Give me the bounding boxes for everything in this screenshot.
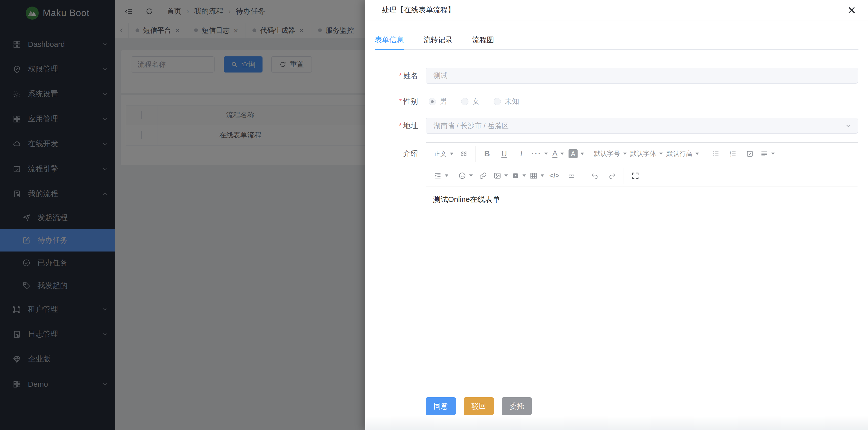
font-family-dropdown[interactable]: 默认字体 [630, 147, 663, 161]
justify-dropdown[interactable] [760, 147, 775, 161]
svg-text:3: 3 [730, 155, 731, 157]
caret-down-icon [469, 174, 473, 177]
caret-down-icon [445, 174, 448, 177]
radio-female[interactable]: 女 [461, 96, 479, 107]
caret-down-icon [523, 174, 526, 177]
drawer-actions: 同意 驳回 委托 [426, 397, 868, 415]
more-styles-dropdown[interactable]: ··· [532, 147, 548, 161]
name-field-row: *姓名 [365, 68, 868, 84]
todo-list-icon[interactable] [743, 147, 756, 161]
bold-icon[interactable]: B [480, 147, 494, 161]
process-form: *姓名 *性别 男 女 未知 [365, 68, 868, 385]
toolbar-group-indent [429, 168, 453, 184]
underline-icon[interactable]: U [497, 147, 511, 161]
caret-down-icon [695, 152, 699, 155]
radio-circle-icon [461, 98, 468, 105]
caret-down-icon [545, 152, 548, 155]
toolbar-row-1: 正文 B U I ··· A A [426, 143, 858, 165]
address-select-value: 湖南省 / 长沙市 / 岳麓区 [434, 121, 509, 131]
tab-flow-diagram[interactable]: 流程图 [472, 30, 494, 50]
intro-field-row: 介绍 正文 B U I ··· [365, 143, 868, 385]
link-icon[interactable] [476, 169, 490, 183]
required-mark: * [399, 97, 402, 105]
intro-field-label: 介绍 [375, 143, 418, 159]
toolbar-row-2: </> [426, 165, 858, 187]
required-mark: * [399, 122, 402, 130]
undo-icon[interactable] [588, 169, 602, 183]
reject-button[interactable]: 驳回 [464, 397, 494, 415]
table-dropdown[interactable] [530, 169, 544, 183]
drawer-body: 表单信息 流转记录 流程图 *姓名 *性别 男 [365, 21, 868, 430]
radio-circle-icon [494, 98, 501, 105]
font-size-dropdown[interactable]: 默认字号 [594, 147, 627, 161]
radio-label: 女 [472, 96, 479, 107]
radio-circle-icon [429, 98, 436, 105]
chevron-down-icon [845, 122, 852, 130]
ordered-list-icon[interactable]: 123 [726, 147, 740, 161]
editor-toolbar: 正文 B U I ··· A A [426, 143, 858, 187]
gender-radio-group: 男 女 未知 [426, 96, 858, 107]
tabs-divider [375, 49, 859, 50]
agree-button[interactable]: 同意 [426, 397, 456, 415]
drawer-close-icon[interactable]: × [843, 1, 861, 19]
quote-icon[interactable] [457, 147, 470, 161]
indent-dropdown[interactable] [434, 169, 448, 183]
address-field-label: *地址 [375, 121, 418, 131]
toolbar-group-style: 正文 [429, 146, 475, 162]
caret-down-icon [771, 152, 775, 155]
radio-male[interactable]: 男 [429, 96, 447, 107]
toolbar-group-inline: B U I ··· A A [475, 146, 589, 162]
toolbar-group-list: 123 [704, 146, 779, 162]
line-height-dropdown[interactable]: 默认行高 [666, 147, 699, 161]
divider-icon[interactable] [565, 169, 578, 183]
toolbar-group-view [624, 168, 647, 184]
bg-color-dropdown[interactable]: A [568, 147, 584, 161]
name-field-label: *姓名 [375, 71, 418, 81]
caret-down-icon [504, 174, 508, 177]
italic-icon[interactable]: I [515, 147, 528, 161]
toolbar-group-insert: </> [453, 168, 583, 184]
address-field-row: *地址 湖南省 / 长沙市 / 岳麓区 [365, 118, 868, 134]
font-color-dropdown[interactable]: A [551, 147, 565, 161]
caret-down-icon [540, 174, 544, 177]
drawer-title: 处理【在线表单流程】 [382, 5, 455, 15]
drawer-tabs: 表单信息 流转记录 流程图 [375, 30, 859, 50]
address-select[interactable]: 湖南省 / 长沙市 / 岳麓区 [426, 118, 858, 134]
gender-field-label: *性别 [375, 96, 418, 107]
drawer-header: 处理【在线表单流程】 [365, 0, 868, 20]
caret-down-icon [450, 152, 453, 155]
emoji-dropdown[interactable] [458, 169, 473, 183]
name-input[interactable] [426, 68, 858, 84]
toolbar-group-font: 默认字号 默认字体 默认行高 [589, 146, 704, 162]
tabs-active-indicator [375, 49, 404, 50]
paragraph-style-dropdown[interactable]: 正文 [434, 147, 453, 161]
toolbar-group-history [583, 168, 624, 184]
redo-icon[interactable] [605, 169, 619, 183]
caret-down-icon [581, 152, 584, 155]
video-dropdown[interactable] [512, 169, 526, 183]
delegate-button[interactable]: 委托 [502, 397, 532, 415]
radio-unknown[interactable]: 未知 [494, 96, 519, 107]
fullscreen-icon[interactable] [629, 169, 642, 183]
bullet-list-icon[interactable] [709, 147, 722, 161]
caret-down-icon [623, 152, 627, 155]
radio-label: 未知 [505, 96, 519, 107]
caret-down-icon [659, 152, 663, 155]
tab-form-info[interactable]: 表单信息 [375, 30, 404, 50]
code-icon[interactable]: </> [548, 169, 561, 183]
caret-down-icon [560, 152, 564, 155]
required-mark: * [399, 71, 402, 80]
gender-field-row: *性别 男 女 未知 [365, 95, 868, 108]
rich-text-editor: 正文 B U I ··· A A [426, 143, 858, 385]
image-dropdown[interactable] [493, 169, 508, 183]
radio-label: 男 [440, 96, 447, 107]
tab-flow-records[interactable]: 流转记录 [424, 30, 453, 50]
process-drawer: 处理【在线表单流程】 × 表单信息 流转记录 流程图 *姓名 *性别 男 [365, 0, 868, 430]
editor-content[interactable]: 测试Online在线表单 [426, 187, 858, 212]
